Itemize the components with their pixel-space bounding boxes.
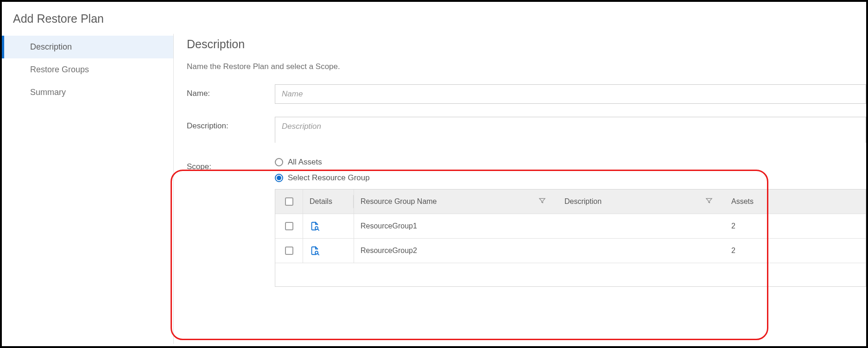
radio-checked-icon (275, 174, 283, 182)
form-row-scope: Scope: All Assets Select Resource Group (187, 158, 866, 287)
row-details-button[interactable] (303, 239, 354, 263)
row-name-cell: ResourceGroup1 (354, 222, 558, 230)
sidebar-item-label: Description (30, 42, 72, 51)
row-checkbox[interactable] (275, 239, 303, 263)
sidebar-item-description[interactable]: Description (2, 36, 173, 58)
wizard-sidebar: Description Restore Groups Summary (2, 34, 173, 344)
name-label: Name: (187, 84, 275, 98)
radio-label: All Assets (288, 158, 322, 167)
table-header-row: Details Resource Group Name Description (275, 190, 866, 214)
resource-group-table: Details Resource Group Name Description (275, 189, 866, 287)
radio-select-resource-group[interactable]: Select Resource Group (275, 173, 866, 183)
details-magnify-icon (310, 221, 320, 231)
form-row-name: Name: (187, 84, 866, 104)
sidebar-item-label: Summary (30, 88, 66, 97)
row-name: ResourceGroup2 (361, 247, 417, 255)
radio-label: Select Resource Group (288, 173, 370, 183)
filter-icon[interactable] (705, 197, 718, 206)
radio-unchecked-icon (275, 158, 283, 166)
table-row: ResourceGroup2 2 (275, 239, 866, 263)
header-select-all[interactable] (275, 190, 303, 214)
row-assets-cell: 2 (725, 247, 817, 255)
row-assets-cell: 2 (725, 222, 817, 230)
checkbox-icon (285, 222, 293, 230)
main-panel: Description Name the Restore Plan and se… (173, 34, 866, 344)
content-area: Description Restore Groups Summary Descr… (2, 34, 866, 344)
row-assets: 2 (731, 247, 735, 255)
row-details-button[interactable] (303, 214, 354, 238)
row-name-cell: ResourceGroup2 (354, 247, 558, 255)
sidebar-item-label: Restore Groups (30, 65, 89, 74)
header-name-label: Resource Group Name (361, 197, 437, 206)
section-heading: Description (187, 38, 866, 51)
header-resource-group-name[interactable]: Resource Group Name (354, 197, 558, 206)
checkbox-icon (285, 247, 293, 255)
header-details: Details (303, 190, 354, 214)
table-empty-space (275, 263, 866, 286)
details-magnify-icon (310, 246, 320, 256)
header-details-label: Details (310, 197, 332, 206)
header-description[interactable]: Description (558, 197, 725, 206)
name-input[interactable] (275, 84, 866, 104)
sidebar-item-summary[interactable]: Summary (2, 81, 173, 104)
filter-icon[interactable] (539, 197, 551, 206)
scope-label: Scope: (187, 158, 275, 171)
row-assets: 2 (731, 222, 735, 230)
form-row-description: Description: (187, 117, 866, 145)
page-title: Add Restore Plan (2, 2, 866, 34)
sidebar-item-restore-groups[interactable]: Restore Groups (2, 58, 173, 81)
description-label: Description: (187, 117, 275, 131)
svg-line-3 (317, 253, 319, 255)
header-desc-label: Description (564, 197, 602, 206)
checkbox-icon (285, 197, 293, 206)
radio-all-assets[interactable]: All Assets (275, 158, 866, 167)
header-assets-label: Assets (731, 197, 754, 206)
app-window: Add Restore Plan Description Restore Gro… (0, 0, 868, 348)
row-name: ResourceGroup1 (361, 222, 417, 230)
row-checkbox[interactable] (275, 214, 303, 238)
section-subheading: Name the Restore Plan and select a Scope… (187, 62, 866, 71)
description-input[interactable] (275, 117, 866, 143)
header-assets[interactable]: Assets (725, 197, 817, 206)
svg-line-1 (317, 229, 319, 230)
table-row: ResourceGroup1 2 (275, 214, 866, 239)
